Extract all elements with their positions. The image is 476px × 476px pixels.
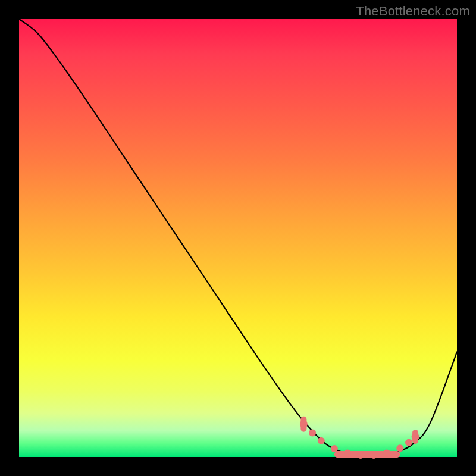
- chart-frame: TheBottleneck.com: [0, 0, 476, 476]
- curve-marker: [344, 449, 351, 456]
- curve-marker: [370, 452, 377, 459]
- curve-marker: [331, 445, 338, 452]
- curve-marker: [357, 452, 364, 459]
- curve-marker: [383, 449, 390, 456]
- plot-area: [19, 19, 457, 457]
- curve-marker: [300, 420, 308, 428]
- curve-marker: [396, 444, 403, 452]
- curve-svg: [19, 19, 457, 457]
- bottleneck-curve: [19, 19, 457, 458]
- curve-marker: [318, 437, 325, 444]
- curve-marker-pill-end: [412, 430, 418, 444]
- curve-marker: [309, 430, 316, 437]
- watermark-text: TheBottleneck.com: [356, 4, 470, 19]
- curve-marker: [405, 439, 412, 446]
